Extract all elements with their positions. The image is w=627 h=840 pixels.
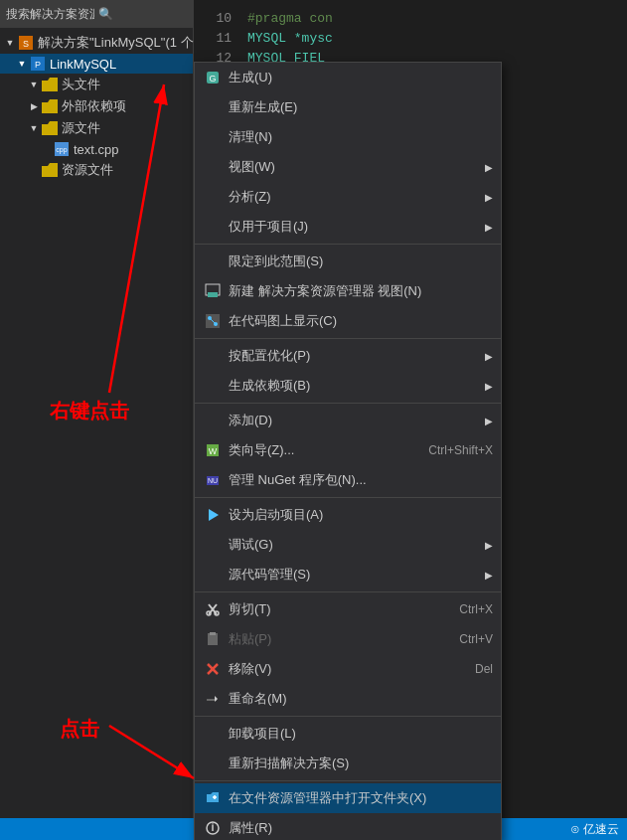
tree-arrow-source [28,122,40,134]
svg-text:P: P [35,60,41,70]
menu-label-nuget: 管理 NuGet 程序包(N)... [229,471,493,489]
menu-icon-nuget: NU [203,470,223,490]
menu-submenu-arrow-project_only: ▶ [485,222,493,233]
menu-label-source_ctrl: 源代码管理(S) [229,566,481,584]
menu-label-code_map: 在代码图上显示(C) [229,312,493,330]
menu-item-code_map[interactable]: 在代码图上显示(C) [195,306,501,336]
menu-submenu-arrow-build_deps: ▶ [485,381,493,392]
menu-item-analyze[interactable]: 分析(Z)▶ [195,182,501,212]
menu-item-config_opt[interactable]: 按配置优化(P)▶ [195,341,501,371]
menu-icon-scope [203,252,223,271]
menu-label-rename: 重命名(M) [229,690,493,708]
svg-point-35 [212,823,214,825]
menu-item-rename[interactable]: 重命名(M) [195,684,501,714]
menu-label-rescan: 重新扫描解决方案(S) [229,755,493,772]
menu-item-add[interactable]: 添加(D)▶ [195,406,501,435]
menu-icon-rescan [203,754,223,773]
svg-text:NU: NU [208,477,218,484]
svg-text:cpp: cpp [56,146,67,154]
menu-icon-rename [203,689,223,709]
line-content: MYSQL *mysc [247,31,333,46]
menu-item-scope[interactable]: 限定到此范围(S) [195,247,501,276]
tree-label-source: 源文件 [62,119,100,137]
tree-item-source[interactable]: 源文件 [0,117,193,139]
code-line-10: 10#pragma con [194,8,627,28]
menu-label-unload: 卸载项目(L) [229,725,493,743]
menu-label-cut: 剪切(T) [229,600,439,618]
tree-item-headers[interactable]: 头文件 [0,74,193,95]
menu-item-clean[interactable]: 清理(N) [195,122,501,152]
menu-label-new_view: 新建 解决方案资源管理器 视图(N) [229,282,493,300]
menu-item-properties[interactable]: 属性(R) [195,813,501,840]
status-logo: ⊙ 亿速云 [570,821,619,838]
menu-icon-paste [203,629,223,649]
tree-item-solution[interactable]: S解决方案"LinkMySQL"(1 个项目) [0,32,193,54]
menu-separator [195,780,501,781]
menu-icon-analyze [203,187,223,207]
tree-label-textcpp: text.cpp [74,142,119,157]
menu-icon-properties [203,818,223,838]
menu-label-config_opt: 按配置优化(P) [229,347,481,365]
menu-item-nuget[interactable]: NU管理 NuGet 程序包(N)... [195,465,501,495]
search-bar[interactable]: 搜索解决方案资源管理器(Ctrl+;) 🔍 [0,0,193,28]
search-icon: 🔍 [98,7,187,21]
menu-label-properties: 属性(R) [229,819,493,837]
menu-label-rebuild: 重新生成(E) [229,98,493,116]
menu-icon-debug [203,535,223,555]
line-number: 11 [202,31,232,46]
menu-label-build: 生成(U) [229,69,493,86]
tree-item-textcpp[interactable]: cpptext.cpp [0,139,193,159]
menu-label-add: 添加(D) [229,412,481,429]
context-menu: G生成(U)重新生成(E)清理(N)视图(W)▶分析(Z)▶仅用于项目(J)▶限… [194,62,502,840]
menu-submenu-arrow-analyze: ▶ [485,192,493,203]
menu-label-debug: 调试(G) [229,536,481,554]
tree-label-external: 外部依赖项 [62,97,126,115]
code-line-11: 11MYSQL *mysc [194,28,627,48]
menu-label-view: 视图(W) [229,158,481,176]
tree-icon-headers [42,77,58,92]
svg-rect-13 [208,292,218,297]
menu-item-build[interactable]: G生成(U) [195,63,501,92]
menu-item-rebuild[interactable]: 重新生成(E) [195,92,501,122]
line-number: 10 [202,11,232,26]
tree-icon-project: P [30,56,46,72]
menu-item-cut[interactable]: 剪切(T)Ctrl+X [195,594,501,624]
menu-separator [195,403,501,404]
menu-separator [195,716,501,717]
menu-icon-unload [203,724,223,744]
svg-marker-6 [42,121,58,135]
svg-text:G: G [209,74,216,84]
menu-icon-config_opt [203,346,223,366]
menu-shortcut-remove: Del [475,662,493,676]
tree-item-external[interactable]: 外部依赖项 [0,95,193,117]
menu-item-project_only[interactable]: 仅用于项目(J)▶ [195,212,501,242]
menu-label-clean: 清理(N) [229,128,493,146]
menu-label-remove: 移除(V) [229,660,455,678]
tree-item-project[interactable]: PLinkMySQL [0,54,193,74]
menu-item-view[interactable]: 视图(W)▶ [195,152,501,182]
menu-item-remove[interactable]: 移除(V)Del [195,654,501,684]
menu-label-scope: 限定到此范围(S) [229,252,493,270]
menu-icon-build: G [203,68,223,87]
menu-icon-open_folder [203,788,223,808]
menu-item-unload[interactable]: 卸载项目(L) [195,719,501,749]
menu-item-paste[interactable]: 粘贴(P)Ctrl+V [195,624,501,654]
menu-submenu-arrow-debug: ▶ [485,540,493,551]
svg-marker-4 [42,78,58,91]
menu-item-open_folder[interactable]: 在文件资源管理器中打开文件夹(X) [195,783,501,813]
tree-label-project: LinkMySQL [50,57,116,72]
menu-item-rescan[interactable]: 重新扫描解决方案(S) [195,749,501,778]
svg-rect-28 [210,632,216,635]
menu-item-new_view[interactable]: 新建 解决方案资源管理器 视图(N) [195,276,501,306]
menu-label-project_only: 仅用于项目(J) [229,218,481,236]
menu-item-debug[interactable]: 调试(G)▶ [195,530,501,560]
menu-item-set_startup[interactable]: 设为启动项目(A) [195,500,501,530]
menu-label-paste: 粘贴(P) [229,630,439,648]
menu-item-build_deps[interactable]: 生成依赖项(B)▶ [195,371,501,401]
menu-item-class_wizard[interactable]: W类向导(Z)...Ctrl+Shift+X [195,435,501,465]
tree-arrow-project [16,58,28,70]
menu-submenu-arrow-view: ▶ [485,162,493,173]
tree-arrow-headers [28,79,40,90]
tree-item-resources[interactable]: 资源文件 [0,159,193,181]
menu-item-source_ctrl[interactable]: 源代码管理(S)▶ [195,560,501,589]
